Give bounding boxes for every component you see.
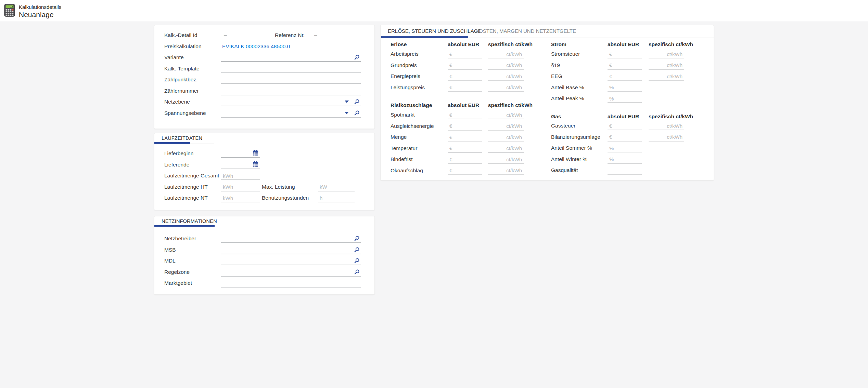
- regelzone-label: Regelzone: [164, 267, 190, 278]
- preiskalkulation-link[interactable]: EVIKALK 00002336 48500.0: [222, 41, 290, 52]
- laufzeitdaten-tab-underline: [154, 142, 190, 144]
- search-icon[interactable]: [354, 99, 360, 106]
- erloese-absolut-eur-header: absolut EUR: [448, 41, 479, 48]
- netzbetreiber-label: Netzbetreiber: [164, 233, 196, 244]
- kalk-template-label: Kalk.-Template: [164, 63, 200, 74]
- marktgebiet-label: Marktgebiet: [164, 278, 192, 289]
- §19-spezifisch-input[interactable]: [649, 62, 684, 70]
- search-icon[interactable]: [354, 54, 360, 62]
- mdl-label: MDL: [164, 255, 176, 266]
- tab-erloese-steuern-zuschlaege[interactable]: ERLÖSE, STEUERN UND ZUSCHLÄGE: [388, 25, 481, 37]
- stromsteuer-label: Stromsteuer: [551, 49, 580, 59]
- referenz-nr-label: Referenz Nr.: [275, 30, 305, 41]
- preiskalkulation-label: Preiskalkulation: [164, 41, 202, 52]
- anteil-base-%-absolut-input[interactable]: [608, 84, 642, 92]
- tab-kosten-margen-netzentgelte[interactable]: KOSTEN, MARGEN UND NETZENTGELTE: [475, 25, 576, 37]
- form-row: Regelzone: [154, 267, 374, 278]
- marktgebiet-input[interactable]: [221, 279, 361, 287]
- search-icon[interactable]: [354, 247, 360, 254]
- search-icon[interactable]: [354, 110, 360, 117]
- gassteuer-spezifisch-input[interactable]: [649, 122, 684, 130]
- laufzeitmenge-gesamt-label: Laufzeitmenge Gesamt: [164, 170, 219, 181]
- netzinformationen-tab-underline: [154, 225, 215, 227]
- erloese-group-title: Erlöse: [391, 41, 407, 48]
- max-leistung-input[interactable]: [318, 183, 355, 191]
- bilanzierungsumlage-spezifisch-input[interactable]: [649, 133, 684, 142]
- variante-input[interactable]: [221, 54, 361, 62]
- page: Kalkulationsdetails Neuanlage Kalk.-Deta…: [0, 0, 868, 388]
- tab-laufzeitdaten[interactable]: LAUFZEITDATEN: [162, 135, 202, 141]
- gasqualität-label: Gasqualität: [551, 165, 578, 176]
- stromsteuer-absolut-input[interactable]: [608, 50, 642, 58]
- gas-absolut-eur-header: absolut EUR: [608, 113, 639, 120]
- msb-label: MSB: [164, 244, 176, 255]
- form-row: Variante: [154, 52, 374, 63]
- laufzeitmenge-ht-input[interactable]: [221, 183, 260, 191]
- dropdown-icon[interactable]: [345, 112, 349, 114]
- netzebene-input[interactable]: [221, 98, 361, 106]
- stromsteuer-spezifisch-input[interactable]: [649, 50, 684, 58]
- anteil-winter-%-label: Anteil Winter %: [551, 154, 587, 165]
- form-row: Gasqualität: [381, 165, 714, 176]
- §19-absolut-input[interactable]: [608, 62, 642, 70]
- strom-absolut-eur-header: absolut EUR: [608, 41, 639, 48]
- bilanzierungsumlage-absolut-input[interactable]: [608, 133, 642, 142]
- form-row: Laufzeitmenge HTMax. Leistung: [154, 182, 374, 192]
- anteil-base-%-label: Anteil Base %: [551, 82, 584, 93]
- netzebene-label: Netzebene: [164, 96, 190, 107]
- msb-input[interactable]: [221, 246, 361, 254]
- preiskalkulation-row: Preiskalkulation EVIKALK 00002336 48500.…: [154, 41, 374, 52]
- erloese-panel: ERLÖSE, STEUERN UND ZUSCHLÄGE KOSTEN, MA…: [380, 25, 714, 180]
- app-header: Kalkulationsdetails Neuanlage: [0, 0, 868, 21]
- kalk-detail-id-value: –: [224, 30, 227, 41]
- form-row: Stromsteuer: [381, 49, 714, 59]
- §19-label: §19: [551, 60, 560, 71]
- kalk-detail-id-label: Kalk.-Detail Id: [164, 30, 197, 41]
- spotmarkt-absolut-input[interactable]: [448, 111, 482, 119]
- form-row: Bilanzierungsumlage: [381, 132, 714, 143]
- benutzungsstunden-input[interactable]: [318, 194, 355, 202]
- dropdown-icon[interactable]: [345, 101, 349, 103]
- zählpunktbez-input[interactable]: [221, 76, 361, 84]
- form-row: Lieferbeginn: [154, 148, 374, 159]
- regelzone-input[interactable]: [221, 268, 361, 277]
- anteil-sommer-%-label: Anteil Sommer %: [551, 143, 592, 153]
- eeg-spezifisch-input[interactable]: [649, 72, 684, 81]
- app-title: Kalkulationsdetails: [19, 4, 61, 10]
- form-row: Gassteuer: [381, 120, 714, 131]
- calculator-icon: [4, 4, 15, 17]
- eeg-absolut-input[interactable]: [608, 72, 642, 81]
- calendar-icon[interactable]: [253, 150, 258, 157]
- kalk-template-input[interactable]: [221, 65, 361, 73]
- tab-netzinformationen[interactable]: NETZINFORMATIONEN: [162, 218, 217, 224]
- search-icon[interactable]: [354, 258, 360, 265]
- anteil-winter-%-absolut-input[interactable]: [608, 156, 642, 164]
- form-row: Anteil Winter %: [381, 154, 714, 165]
- form-row: Lieferende: [154, 159, 374, 170]
- laufzeitmenge-gesamt-input[interactable]: [221, 172, 260, 180]
- anteil-sommer-%-absolut-input[interactable]: [608, 144, 642, 152]
- netzbetreiber-input[interactable]: [221, 235, 361, 243]
- spotmarkt-label: Spotmarkt: [391, 109, 415, 120]
- search-icon[interactable]: [354, 269, 360, 276]
- mdl-input[interactable]: [221, 257, 361, 265]
- strom-spezifisch-header: spezifisch ct/kWh: [649, 41, 693, 48]
- form-row: Netzbetreiber: [154, 233, 374, 244]
- spannungsebene-input[interactable]: [221, 109, 361, 118]
- laufzeitmenge-ht-label: Laufzeitmenge HT: [164, 182, 208, 192]
- laufzeitmenge-nt-input[interactable]: [221, 194, 260, 202]
- form-row: Kalk.-Template: [154, 63, 374, 74]
- search-icon[interactable]: [354, 236, 360, 243]
- eeg-label: EEG: [551, 71, 562, 82]
- spannungsebene-label: Spannungsebene: [164, 108, 206, 119]
- gassteuer-label: Gassteuer: [551, 120, 576, 131]
- gassteuer-absolut-input[interactable]: [608, 122, 642, 130]
- zählernummer-label: Zählernummer: [164, 85, 199, 96]
- spotmarkt-spezifisch-input[interactable]: [488, 111, 524, 119]
- zählernummer-input[interactable]: [221, 87, 361, 95]
- erloese-spezifisch-header: spezifisch ct/kWh: [488, 41, 533, 48]
- form-row: Spannungsebene: [154, 108, 374, 119]
- calendar-icon[interactable]: [253, 161, 258, 169]
- anteil-peak-%-absolut-input[interactable]: [608, 95, 642, 103]
- gasqualität-absolut-input[interactable]: [608, 166, 642, 175]
